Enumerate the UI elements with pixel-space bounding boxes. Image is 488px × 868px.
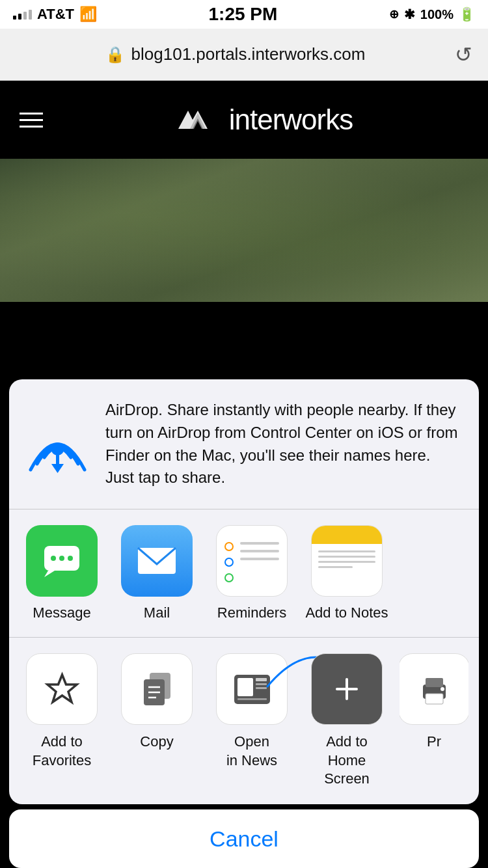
screen-record-icon: ⊕ — [389, 7, 399, 21]
svg-marker-6 — [44, 571, 55, 577]
action-item-homescreen[interactable]: Add to Home Screen — [305, 653, 389, 789]
logo-icon — [178, 104, 217, 135]
app-item-reminders[interactable]: Reminders — [210, 525, 294, 621]
share-sheet: AirDrop. Share instantly with people nea… — [0, 379, 488, 868]
action-item-print[interactable]: Pr — [400, 653, 468, 789]
svg-marker-11 — [47, 675, 77, 702]
reminders-icon — [216, 525, 288, 597]
news-label: Open in News — [226, 733, 277, 770]
favorites-icon-wrap — [26, 653, 98, 725]
airdrop-section: AirDrop. Share instantly with people nea… — [9, 379, 479, 509]
apps-row: Message Mail — [20, 525, 468, 621]
logo-text: interworks — [229, 103, 353, 136]
svg-rect-19 — [256, 678, 267, 681]
url-bar[interactable]: 🔒 blog101.portals.interworks.com ↺ — [0, 29, 488, 81]
airdrop-icon — [25, 412, 90, 477]
url-content: 🔒 blog101.portals.interworks.com — [16, 44, 455, 64]
action-item-copy[interactable]: Copy — [115, 653, 199, 789]
cancel-button[interactable]: Cancel — [9, 809, 479, 868]
svg-marker-4 — [51, 464, 64, 473]
homescreen-icon-wrap — [311, 653, 383, 725]
print-icon-wrap — [400, 653, 468, 725]
svg-point-8 — [59, 556, 64, 561]
svg-point-9 — [68, 556, 73, 561]
svg-rect-18 — [237, 678, 253, 696]
svg-rect-21 — [256, 687, 267, 689]
svg-rect-20 — [256, 683, 267, 685]
app-item-mail[interactable]: Mail — [115, 525, 199, 621]
app-item-notes[interactable]: Add to Notes — [305, 525, 389, 621]
wifi-icon: 📶 — [79, 6, 97, 23]
signal-icon — [13, 10, 32, 20]
mail-label: Mail — [144, 604, 170, 621]
message-icon — [26, 525, 98, 597]
svg-rect-28 — [426, 694, 443, 704]
hero-image — [0, 159, 488, 302]
message-label: Message — [33, 604, 90, 621]
reminders-label: Reminders — [217, 604, 286, 621]
svg-rect-22 — [237, 698, 267, 700]
action-item-news[interactable]: Open in News — [210, 653, 294, 789]
news-icon-wrap — [216, 653, 288, 725]
site-header: interworks — [0, 81, 488, 159]
battery-icon: 🔋 — [459, 7, 475, 22]
svg-point-7 — [51, 556, 56, 561]
lock-icon: 🔒 — [105, 46, 125, 64]
svg-point-29 — [441, 687, 444, 691]
homescreen-label: Add to Home Screen — [305, 733, 389, 789]
url-text: blog101.portals.interworks.com — [131, 44, 366, 64]
battery-label: 100% — [420, 7, 454, 22]
logo-area: interworks — [178, 103, 353, 136]
status-left: AT&T 📶 — [13, 6, 97, 23]
svg-rect-27 — [426, 678, 443, 687]
hamburger-menu[interactable] — [20, 113, 43, 128]
actions-row-section: Add to Favorites Copy — [9, 638, 479, 804]
status-right: ⊕ ✱ 100% 🔋 — [389, 7, 475, 22]
notes-label: Add to Notes — [305, 604, 388, 621]
copy-icon-wrap — [121, 653, 193, 725]
apps-row-section: Message Mail — [9, 509, 479, 638]
bluetooth-icon: ✱ — [404, 7, 415, 22]
carrier-label: AT&T — [37, 6, 74, 23]
cancel-label: Cancel — [210, 826, 278, 852]
time-label: 1:25 PM — [209, 4, 278, 25]
reload-icon[interactable]: ↺ — [455, 42, 472, 67]
app-item-message[interactable]: Message — [20, 525, 104, 621]
mail-icon — [121, 525, 193, 597]
notes-icon — [311, 525, 383, 597]
actions-row: Add to Favorites Copy — [20, 653, 468, 789]
airdrop-description: AirDrop. Share instantly with people nea… — [105, 399, 463, 489]
action-item-favorites[interactable]: Add to Favorites — [20, 653, 104, 789]
copy-label: Copy — [140, 733, 173, 752]
print-label: Pr — [427, 733, 441, 752]
status-bar: AT&T 📶 1:25 PM ⊕ ✱ 100% 🔋 — [0, 0, 488, 29]
favorites-label: Add to Favorites — [33, 733, 91, 770]
